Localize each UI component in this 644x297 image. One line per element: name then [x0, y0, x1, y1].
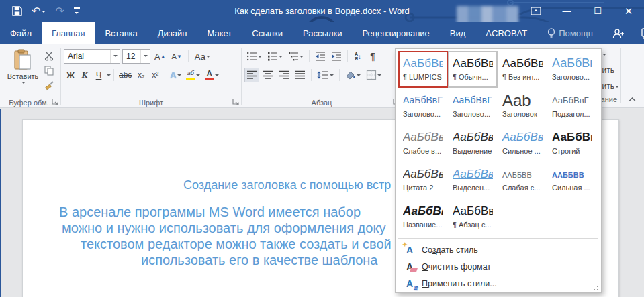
change-case-button[interactable]: Аа: [193, 49, 212, 64]
paragraph-group-label: Абзац: [242, 99, 402, 107]
maximize-button[interactable]: ☐: [582, 0, 613, 22]
subscript-button[interactable]: х₂: [134, 68, 148, 82]
pilcrow-button[interactable]: ¶: [366, 49, 379, 64]
style-sample: АаБбВв: [502, 165, 543, 183]
redo-icon[interactable]: ↷: [55, 5, 64, 17]
style-sample: Аab: [502, 91, 543, 109]
style-label: Заголово...: [453, 110, 493, 118]
create-style-menu-item[interactable]: ✦А Создать стиль: [398, 241, 598, 258]
style-item-intense-reference[interactable]: АаБбВв Сильная ...: [547, 162, 597, 198]
collapse-ribbon-icon[interactable]: [629, 95, 636, 103]
increase-indent-button[interactable]: [329, 49, 344, 64]
style-item-lumpics[interactable]: АаБбВв ¶ LUMPICS: [398, 51, 448, 88]
tab-layout[interactable]: Макет: [197, 22, 242, 44]
style-item-title[interactable]: Аab Заголовок: [498, 88, 547, 125]
align-left-button[interactable]: [244, 68, 259, 82]
numbering-button[interactable]: [265, 49, 285, 64]
qat-customize-icon[interactable]: [74, 7, 80, 15]
dropdown-resize-grip[interactable]: [590, 282, 598, 290]
tab-acrobat[interactable]: ACROBAT: [475, 22, 537, 44]
tab-review[interactable]: Рецензирование: [352, 22, 439, 44]
share-icon[interactable]: [603, 22, 633, 44]
paste-button[interactable]: Вставить: [4, 48, 42, 97]
tab-home[interactable]: Главная: [42, 22, 95, 44]
strikethrough-button[interactable]: abc: [117, 68, 134, 82]
ribbon-tab-bar: Файл Главная Вставка Дизайн Макет Ссылки…: [0, 22, 644, 44]
doc-body-line: В арсенале программы MS Word имеется наб…: [59, 204, 361, 220]
style-item-subtle-reference[interactable]: АаБбВв Слабая с...: [498, 162, 547, 198]
style-item-heading2[interactable]: АаБбВвГ Заголово...: [398, 88, 448, 125]
tab-file[interactable]: Файл: [0, 22, 42, 44]
clipboard-dialog-launcher-icon[interactable]: [52, 99, 59, 106]
comments-icon[interactable]: [633, 22, 644, 44]
font-dialog-launcher-icon[interactable]: [232, 99, 240, 106]
style-item-quote2[interactable]: АаБбВв Цитата 2: [398, 162, 448, 198]
style-label: Сильная ...: [552, 184, 592, 192]
borders-button[interactable]: [364, 68, 383, 82]
style-item-heading1[interactable]: АаБбВв Заголово...: [547, 51, 597, 88]
cut-icon[interactable]: [42, 49, 56, 62]
bullets-button[interactable]: [244, 49, 264, 64]
italic-button[interactable]: К: [78, 68, 91, 82]
justify-button[interactable]: [293, 68, 308, 82]
underline-button[interactable]: Ч: [92, 68, 105, 82]
style-item-subtle-emphasis[interactable]: АаБбВв Слабое в...: [398, 125, 448, 162]
tab-design[interactable]: Дизайн: [148, 22, 197, 44]
style-item-intense-emphasis[interactable]: АаБбВв Сильное ...: [498, 125, 547, 162]
tab-tell-me[interactable]: Помощн: [537, 22, 603, 44]
style-item-book-title[interactable]: АаБбВв Название...: [398, 198, 448, 235]
sort-button[interactable]: А Я ↓: [351, 49, 365, 64]
tab-view[interactable]: Вид: [440, 22, 476, 44]
minimize-button[interactable]: —: [551, 0, 582, 22]
apply-styles-menu-item[interactable]: А⇵ Применить стили...: [398, 275, 598, 292]
clear-formatting-menu-item[interactable]: А Очистить формат: [398, 258, 598, 275]
paste-dropdown-caret: [21, 82, 26, 86]
style-sample: АаБбВв: [552, 128, 592, 146]
style-item-normal[interactable]: АаБбВв ¶ Обычн...: [448, 51, 498, 88]
tab-insert[interactable]: Вставка: [95, 22, 147, 44]
style-sample: АаБбВвГ: [403, 91, 443, 109]
format-painter-icon[interactable]: [42, 78, 56, 92]
create-style-label: Создать стиль: [422, 245, 478, 255]
style-label: Слабое в...: [403, 147, 443, 155]
font-size-combo[interactable]: 12: [122, 49, 150, 64]
copy-icon[interactable]: [42, 64, 56, 77]
multilevel-list-button[interactable]: [286, 49, 306, 64]
bold-button[interactable]: Ж: [64, 68, 77, 82]
ribbon-display-options-icon[interactable]: [520, 0, 551, 22]
text-effects-button[interactable]: А: [168, 68, 183, 82]
save-icon[interactable]: [12, 6, 22, 16]
line-spacing-button[interactable]: [315, 68, 336, 82]
font-name-combo[interactable]: Arial: [64, 49, 120, 64]
style-item-list-paragraph[interactable]: АаБбВв ¶ Абзац с...: [448, 198, 498, 235]
undo-button[interactable]: ↶: [32, 5, 46, 17]
highlight-button[interactable]: аб: [184, 68, 202, 82]
title-bar: ↶ ↷ Как сделать заголовки в Ворде.docx -…: [0, 0, 644, 22]
style-item-intense-quote[interactable]: АаБбВв Выделен...: [448, 162, 498, 198]
decrease-indent-button[interactable]: [313, 49, 328, 64]
style-item-strong[interactable]: АаБбВв Строгий: [547, 125, 597, 162]
tab-mailings[interactable]: Рассылки: [293, 22, 352, 44]
grow-font-button[interactable]: А▲: [152, 49, 168, 64]
align-center-button[interactable]: [261, 68, 275, 82]
close-button[interactable]: ✕: [613, 0, 644, 22]
style-sample: АаБбВв: [453, 128, 493, 146]
style-item-emphasis[interactable]: АаБбВв Выделение: [448, 125, 498, 162]
change-case-glyph: Аа: [195, 52, 205, 62]
highlight-glyph: аб: [187, 70, 194, 77]
style-sample: АаБбВв: [552, 165, 592, 183]
tabbar-right-icons: [603, 22, 644, 44]
shading-button[interactable]: [343, 68, 363, 82]
lightbulb-icon: [547, 28, 555, 38]
shrink-font-button[interactable]: А▼: [170, 49, 184, 64]
underline-caret[interactable]: [107, 74, 111, 78]
align-right-button[interactable]: [277, 68, 291, 82]
clipboard-group: Вставить: [1, 46, 60, 107]
style-item-subtitle[interactable]: АаБбВвГ Подзагол...: [547, 88, 597, 125]
tab-references[interactable]: Ссылки: [242, 22, 293, 44]
style-label: Строгий: [552, 147, 592, 155]
font-color-button[interactable]: А: [203, 68, 221, 82]
style-item-no-spacing[interactable]: АаБбВв ¶ Без инт...: [498, 51, 547, 88]
superscript-button[interactable]: х²: [148, 68, 162, 82]
style-item-heading3[interactable]: АаБбВвГ Заголово...: [448, 88, 498, 125]
